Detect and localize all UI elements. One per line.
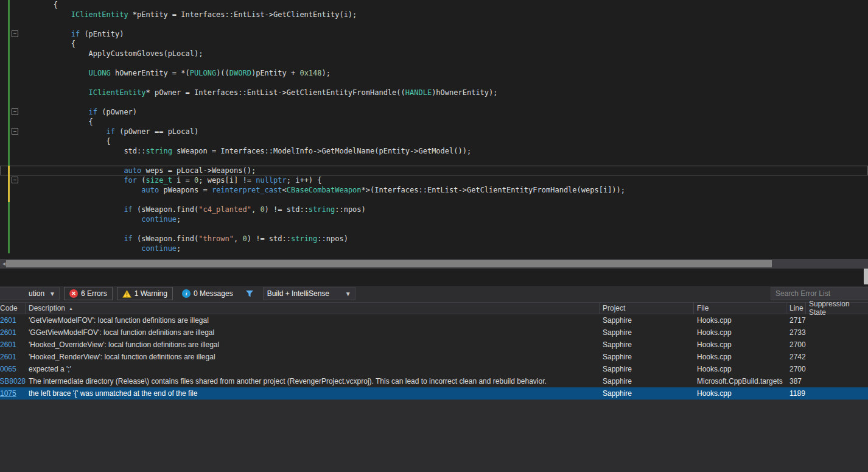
cell-line: 1189 <box>786 389 806 398</box>
cell-file: Hooks.cpp <box>694 340 786 349</box>
fold-collapse-icon[interactable]: − <box>12 30 18 37</box>
code-line[interactable]: if (sWeapon.find("thrown", 0) != std::st… <box>0 234 868 244</box>
error-code-link[interactable]: 0065 <box>0 365 16 373</box>
code-line[interactable] <box>0 78 868 88</box>
column-header-suppression-state[interactable]: Suppression State <box>806 302 868 314</box>
code-lines: { IClientEntity *pEntity = Interfaces::E… <box>0 0 868 253</box>
fold-collapse-icon[interactable]: − <box>12 128 18 135</box>
error-row[interactable]: 2601'GetViewModelFOV': local function de… <box>0 314 868 326</box>
cell-code[interactable]: 2601 <box>0 328 26 337</box>
cell-line: 2700 <box>786 365 806 373</box>
column-header-project[interactable]: Project <box>600 302 694 314</box>
cell-code[interactable]: 2601 <box>0 340 26 349</box>
error-list-header: Code Description ▲ Project File Line Sup… <box>0 302 868 314</box>
code-line[interactable]: − if (pOwner) <box>0 107 868 117</box>
code-line[interactable]: std::string sWeapon = Interfaces::ModelI… <box>0 146 868 156</box>
error-row[interactable]: 2601'Hooked_OverrideView': local functio… <box>0 339 868 351</box>
column-header-file[interactable]: File <box>694 302 786 314</box>
errors-filter-button[interactable]: ✕ 6 Errors <box>64 287 113 300</box>
code-line[interactable] <box>0 97 868 107</box>
error-row[interactable]: 2601'Hooked_RenderView': local function … <box>0 351 868 363</box>
code-line[interactable]: if (sWeapon.find("c4_planted", 0) != std… <box>0 205 868 214</box>
error-code-link[interactable]: MSB8028 <box>0 377 26 386</box>
chevron-down-icon: ▼ <box>345 291 351 297</box>
code-line[interactable]: { <box>0 39 868 49</box>
column-header-description[interactable]: Description ▲ <box>26 302 600 314</box>
cell-file: Microsoft.CppBuild.targets <box>694 377 786 386</box>
code-line[interactable]: auto pWeapons = reinterpret_cast<CBaseCo… <box>0 185 868 195</box>
search-input[interactable] <box>771 287 868 300</box>
warnings-filter-button[interactable]: 1 Warning <box>117 287 173 300</box>
panel-splitter[interactable] <box>0 269 868 286</box>
column-label: File <box>697 304 709 312</box>
error-code-link[interactable]: 2601 <box>0 316 16 325</box>
cell-code[interactable]: 2601 <box>0 316 26 325</box>
errors-filter-label: 6 Errors <box>81 289 107 298</box>
error-code-link[interactable]: 2601 <box>0 328 16 337</box>
filter-icon <box>245 289 254 298</box>
cell-code[interactable]: 2601 <box>0 353 26 361</box>
error-list-panel: ution ▼ ✕ 6 Errors 1 Warning i 0 Message… <box>0 286 868 472</box>
cell-file: Hooks.cpp <box>694 316 786 325</box>
cell-code[interactable]: MSB8028 <box>0 377 26 386</box>
fold-collapse-icon[interactable]: − <box>12 108 18 115</box>
error-code-link[interactable]: 1075 <box>0 389 16 398</box>
cell-file: Hooks.cpp <box>694 389 786 398</box>
error-list-search <box>771 287 868 300</box>
cell-line: 2700 <box>786 340 806 349</box>
scrollbar-thumb[interactable] <box>6 260 772 267</box>
error-rows: 2601'GetViewModelFOV': local function de… <box>0 314 868 400</box>
column-header-code[interactable]: Code <box>0 302 26 314</box>
error-row[interactable]: 0065expected a ';'SapphireHooks.cpp2700 <box>0 363 868 375</box>
cell-desc: 'Hooked_OverrideView': local function de… <box>26 340 600 349</box>
code-line[interactable]: ULONG hOwnerEntity = *(PULONG)((DWORD)pE… <box>0 68 868 78</box>
code-line[interactable]: IClientEntity *pEntity = Interfaces::Ent… <box>0 10 868 19</box>
error-row[interactable]: 2601'GGetViewModelFOV': local function d… <box>0 326 868 339</box>
horizontal-scrollbar[interactable]: ◄ <box>0 259 868 269</box>
build-intellisense-dropdown[interactable]: Build + IntelliSense ▼ <box>263 287 355 300</box>
cell-project: Sapphire <box>600 389 694 398</box>
code-editor[interactable]: { IClientEntity *pEntity = Interfaces::E… <box>0 0 868 259</box>
change-tracking-bar-yellow <box>8 166 10 202</box>
scope-dropdown[interactable]: ution ▼ <box>0 287 60 300</box>
code-line[interactable]: − if (pOwner == pLocal) <box>0 127 868 136</box>
code-line[interactable]: continue; <box>0 244 868 253</box>
code-line[interactable] <box>0 156 868 166</box>
code-line[interactable] <box>0 224 868 234</box>
code-line[interactable]: { <box>0 117 868 127</box>
error-code-link[interactable]: 2601 <box>0 353 16 361</box>
code-line[interactable] <box>0 195 868 205</box>
cell-desc: The intermediate directory (Release\) co… <box>26 377 600 386</box>
error-row[interactable]: 1075the left brace '{' was unmatched at … <box>0 387 868 400</box>
code-line[interactable]: continue; <box>0 214 868 224</box>
code-line[interactable] <box>0 58 868 68</box>
cell-line: 2733 <box>786 328 806 337</box>
filter-button[interactable] <box>243 287 257 300</box>
fold-collapse-icon[interactable]: − <box>12 177 18 183</box>
visual-studio-window: { IClientEntity *pEntity = Interfaces::E… <box>0 0 868 472</box>
code-line[interactable] <box>0 19 868 29</box>
cell-file: Hooks.cpp <box>694 365 786 373</box>
cell-project: Sapphire <box>600 316 694 325</box>
code-line[interactable]: { <box>0 0 868 10</box>
column-header-line[interactable]: Line <box>786 302 806 314</box>
code-line[interactable]: { <box>0 136 868 146</box>
code-line[interactable]: IClientEntity* pOwner = Interfaces::EntL… <box>0 88 868 97</box>
cell-file: Hooks.cpp <box>694 353 786 361</box>
code-line[interactable]: ApplyCustomGloves(pLocal); <box>0 49 868 58</box>
error-row[interactable]: MSB8028The intermediate directory (Relea… <box>0 375 868 387</box>
column-label: Line <box>789 304 803 312</box>
code-line[interactable]: auto weps = pLocal->Weapons(); <box>0 166 868 175</box>
error-code-link[interactable]: 2601 <box>0 340 16 349</box>
code-line[interactable]: − for (size_t i = 0; weps[i] != nullptr;… <box>0 175 868 185</box>
cell-code[interactable]: 0065 <box>0 365 26 373</box>
cell-desc: 'GGetViewModelFOV': local function defin… <box>26 328 600 337</box>
warning-icon <box>122 290 131 298</box>
cell-code[interactable]: 1075 <box>0 389 26 398</box>
cell-desc: the left brace '{' was unmatched at the … <box>26 389 600 398</box>
column-label: Description <box>29 304 65 312</box>
code-line[interactable]: − if (pEntity) <box>0 29 868 39</box>
messages-filter-button[interactable]: i 0 Messages <box>177 287 238 300</box>
change-tracking-bar-green <box>8 0 10 253</box>
messages-filter-label: 0 Messages <box>194 289 233 298</box>
